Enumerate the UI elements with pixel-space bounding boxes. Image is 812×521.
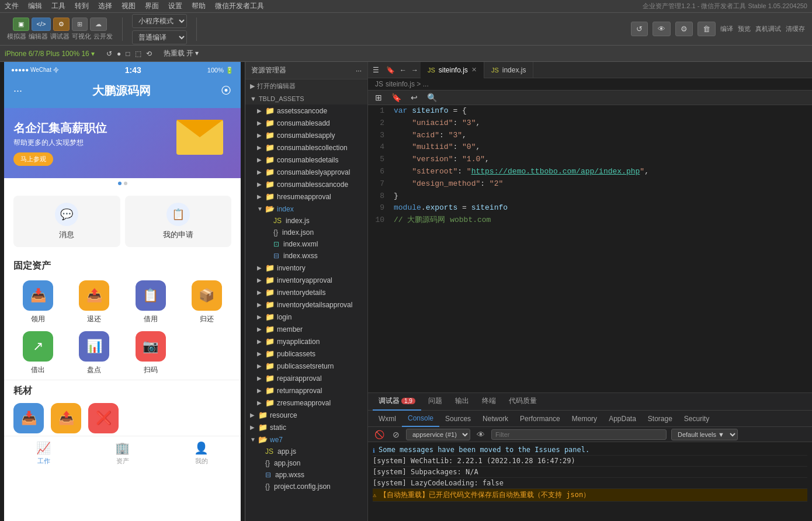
folder-consumablesdetails[interactable]: ▶📁consumablesdetails [245,154,367,166]
compile-selector[interactable]: 普通编译 [132,30,187,44]
menu-help[interactable]: 帮助 [192,1,206,11]
icon-item-pandian[interactable]: 📊 盘点 [70,331,119,375]
simulator-button[interactable]: ▣ [13,18,29,31]
subtab-appdata[interactable]: AppData [603,411,642,427]
console-levels-select[interactable]: Default levels ▼ [671,429,738,440]
tab-siteinfo-js[interactable]: JS siteinfo.js ✕ [421,62,484,78]
console-service-select[interactable]: appservice (#1) [406,429,470,440]
menu-select[interactable]: 选择 [98,1,112,11]
folder-hresumeapproval[interactable]: ▶📁hresumeapproval [245,190,367,203]
menu-edit[interactable]: 编辑 [28,1,42,11]
banner-dot-1[interactable] [118,182,122,185]
icon-phone[interactable]: □ [126,50,130,58]
folder-assetsscancode[interactable]: ▶📁assetsscancode [245,105,367,117]
file-index-json[interactable]: {}index.json [245,227,367,238]
folder-myapplication[interactable]: ▶📁myapplication [245,335,367,348]
devtools-tab-issues[interactable]: 问题 [422,393,448,411]
subtab-performance[interactable]: Performance [514,411,566,427]
devtools-tab-quality[interactable]: 代码质量 [503,393,543,411]
subtab-console[interactable]: Console [402,411,439,427]
consumables-icon-2[interactable]: 📤 [51,403,81,433]
folder-zresumeapproval[interactable]: ▶📁zresumeapproval [245,397,367,409]
editor-button[interactable]: </> [32,18,51,31]
folder-we7[interactable]: ▼📂we7 [245,433,367,446]
tab-index-js[interactable]: JS index.js [484,62,534,78]
devtools-tab-debugger[interactable]: 调试器 1,9 [373,393,421,411]
folder-consumablesadd[interactable]: ▶📁consumablesadd [245,117,367,129]
quick-message[interactable]: 💬 消息 [13,196,120,247]
console-eye-button[interactable]: 👁 [475,430,487,439]
icon-item-guihuan[interactable]: 📦 归还 [182,280,231,324]
preview-button[interactable]: 👁 [653,22,671,36]
minimap-button[interactable]: ⊞ [373,92,384,103]
console-clear-button[interactable]: 🚫 [373,430,386,439]
cloud-button[interactable]: ☁ [90,18,107,31]
compile-button[interactable]: ⚙ [675,22,693,36]
debugger-button[interactable]: ⚙ [53,18,70,31]
subtab-sources[interactable]: Sources [439,411,477,427]
icon-item-tuihuan[interactable]: 📤 退还 [70,280,119,324]
folder-publicassets[interactable]: ▶📁publicassets [245,348,367,360]
code-editor[interactable]: 1 var siteinfo = { 2 "uniacid": "3", 3 "… [368,105,812,393]
nav-assets[interactable]: 🏢 资产 [83,441,162,466]
console-filter-toggle[interactable]: ⊘ [391,430,401,439]
menu-interface[interactable]: 界面 [145,1,159,11]
folder-inventorydetails[interactable]: ▶📁inventorydetails [245,286,367,298]
icon-item-jieyong[interactable]: 📋 借用 [126,280,175,324]
clean-cache-button[interactable]: 🗑 [698,22,716,36]
phone-menu-icon[interactable]: ··· [13,85,22,97]
folder-inventoryapproval[interactable]: ▶📁inventoryapproval [245,274,367,286]
search-replace-button[interactable]: 🔍 [425,92,439,103]
folder-resource[interactable]: ▶📁resource [245,409,367,421]
folder-consumablesapply[interactable]: ▶📁consumablesapply [245,129,367,141]
menu-wechat-tools[interactable]: 微信开发者工具 [215,1,264,11]
refresh-button[interactable]: ↺ [631,22,648,36]
file-explorer-more[interactable]: ··· [356,67,362,75]
icon-screen[interactable]: ⬚ [135,50,141,58]
consumables-icon-3[interactable]: ❌ [88,403,119,433]
subtab-security[interactable]: Security [678,411,715,427]
menu-settings[interactable]: 设置 [168,1,182,11]
folder-member[interactable]: ▶📁member [245,323,367,335]
file-app-json[interactable]: {}app.json [245,457,367,469]
menu-goto[interactable]: 转到 [75,1,89,11]
folder-login[interactable]: ▶📁login [245,311,367,323]
menu-view[interactable]: 视图 [122,1,136,11]
hot-reload-button[interactable]: 热重载 开 ▾ [164,48,199,58]
folder-repairapproval[interactable]: ▶📁repairapproval [245,372,367,384]
folder-inventory[interactable]: ▶📁inventory [245,262,367,274]
file-app-js[interactable]: JSapp.js [245,446,367,457]
nav-mine[interactable]: 👤 我的 [162,441,241,466]
icon-refresh[interactable]: ⟲ [146,50,152,58]
banner-dot-2[interactable] [124,182,127,185]
subtab-storage[interactable]: Storage [642,411,678,427]
console-filter-input[interactable] [491,429,667,440]
icon-item-saoma[interactable]: 📷 扫码 [126,331,175,375]
nav-work[interactable]: 📈 工作 [4,441,83,466]
editor-split[interactable]: 🔖 [384,65,397,75]
folder-returnapproval[interactable]: ▶📁returnapproval [245,384,367,397]
editor-nav-prev[interactable]: ☰ [370,65,381,75]
root-folder-section[interactable]: ▼ TBLD_ASSETS [245,93,367,105]
subtab-network[interactable]: Network [477,411,514,427]
device-label[interactable]: iPhone 6/7/8 Plus 100% 16 ▾ [5,50,95,58]
quick-apply[interactable]: 📋 我的申请 [125,196,232,247]
subtab-memory[interactable]: Memory [566,411,603,427]
format-button[interactable]: ↩ [408,92,420,103]
folder-inventorydetailsapproval[interactable]: ▶📁inventorydetailsapproval [245,298,367,311]
icon-back[interactable]: ↺ [106,50,112,58]
editor-nav-fwd[interactable]: → [409,65,421,75]
folder-consumablescollection[interactable]: ▶📁consumablescollection [245,141,367,154]
phone-camera-icon[interactable]: ⦿ [221,85,231,97]
folder-publicassetsreturn[interactable]: ▶📁publicassetsreturn [245,360,367,372]
file-app-wxss[interactable]: ⊟app.wxss [245,469,367,481]
file-index-wxss[interactable]: ⊟index.wxss [245,250,367,262]
consumables-icon-1[interactable]: 📥 [13,403,44,433]
folder-consumablesscancode[interactable]: ▶📁consumablesscancode [245,178,367,190]
file-index-wxml[interactable]: ⊡index.wxml [245,238,367,250]
file-project-config[interactable]: {}project.config.json [245,481,367,492]
icon-item-linyong[interactable]: 📥 领用 [13,280,63,324]
editor-nav-back[interactable]: ← [397,65,409,75]
folder-static[interactable]: ▶📁static [245,421,367,433]
bookmark-button[interactable]: 🔖 [389,92,404,103]
